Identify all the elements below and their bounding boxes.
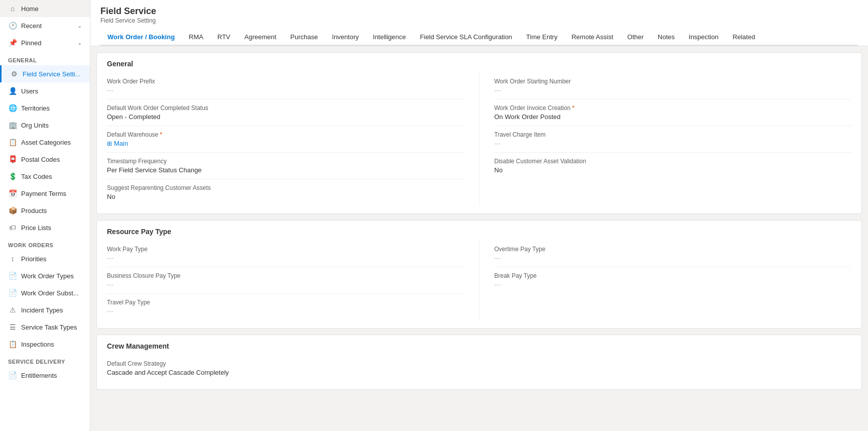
field-service-settings-icon: ⚙ — [10, 69, 19, 78]
sidebar-label-inspections: Inspections — [21, 341, 82, 348]
resource-pay-left-col: Work Pay Type---Business Closure Pay Typ… — [107, 241, 479, 320]
sidebar-label-payment-terms: Payment Terms — [21, 190, 82, 197]
sidebar-item-recent[interactable]: 🕐 Recent ⌄ — [0, 17, 90, 34]
pinned-icon: 📌 — [8, 38, 17, 47]
sidebar-item-users[interactable]: 👤 Users — [0, 82, 90, 99]
sidebar-label-tax-codes: Tax Codes — [21, 173, 82, 180]
recent-icon: 🕐 — [8, 21, 17, 30]
field-value-travel-charge-item: --- — [494, 140, 852, 147]
payment-terms-icon: 📅 — [8, 189, 17, 198]
sidebar-label-org-units: Org Units — [21, 122, 82, 129]
chevron-icon: ⌄ — [77, 40, 82, 46]
warehouse-icon: ⊞ — [107, 140, 112, 147]
tab-agreement[interactable]: Agreement — [237, 29, 284, 46]
sidebar-item-incident-types[interactable]: ⚠ Incident Types — [0, 301, 90, 318]
field-label-default-warehouse: Default Warehouse — [107, 131, 464, 138]
sidebar-item-postal-codes[interactable]: 📮 Postal Codes — [0, 151, 90, 168]
tab-inventory[interactable]: Inventory — [325, 29, 365, 46]
field-work-pay-type: Work Pay Type--- — [107, 241, 464, 267]
tab-rma[interactable]: RMA — [182, 29, 210, 46]
sidebar-service-delivery-header: Service Delivery — [0, 353, 90, 367]
sidebar-item-work-order-types[interactable]: 📄 Work Order Types — [0, 267, 90, 284]
sidebar-label-pinned: Pinned — [21, 39, 77, 47]
field-value-work-order-prefix: --- — [107, 86, 464, 94]
main-content: Field Service Field Service Setting Work… — [90, 0, 868, 431]
sidebar-item-field-service-settings[interactable]: ⚙ Field Service Setti... — [0, 65, 90, 82]
field-default-work-order-completed-status: Default Work Order Completed StatusOpen … — [107, 99, 464, 126]
field-label-work-pay-type: Work Pay Type — [107, 246, 464, 253]
home-icon: ⌂ — [8, 4, 17, 13]
service-task-types-icon: ☰ — [8, 322, 17, 332]
field-label-suggest-reparenting: Suggest Reparenting Customer Assets — [107, 184, 464, 191]
general-left-col: Work Order Prefix---Default Work Order C… — [107, 73, 479, 205]
sidebar-item-service-task-types[interactable]: ☰ Service Task Types — [0, 318, 90, 336]
sidebar-item-inspections[interactable]: 📋 Inspections — [0, 336, 90, 353]
products-icon: 📦 — [8, 206, 17, 215]
tab-purchase[interactable]: Purchase — [283, 29, 325, 46]
resource-pay-right-col: Overtime Pay Type---Break Pay Type--- — [479, 241, 852, 320]
tab-time-entry[interactable]: Time Entry — [519, 29, 564, 46]
work-order-subst-icon: 📄 — [8, 288, 17, 297]
tax-codes-icon: 💲 — [8, 172, 17, 181]
users-icon: 👤 — [8, 86, 17, 95]
tab-remote-assist[interactable]: Remote Assist — [564, 29, 620, 46]
sidebar-label-territories: Territories — [21, 104, 82, 112]
sidebar-item-pinned[interactable]: 📌 Pinned ⌄ — [0, 34, 90, 51]
content-area: General Work Order Prefix---Default Work… — [90, 46, 868, 431]
sidebar-item-work-order-subst[interactable]: 📄 Work Order Subst... — [0, 284, 90, 301]
price-lists-icon: 🏷 — [8, 223, 17, 232]
field-label-work-order-starting-number: Work Order Starting Number — [494, 78, 852, 85]
tab-intelligence[interactable]: Intelligence — [366, 29, 413, 46]
tab-notes[interactable]: Notes — [651, 29, 682, 46]
field-label-travel-pay-type: Travel Pay Type — [107, 299, 464, 306]
chevron-icon: ⌄ — [77, 23, 82, 29]
tab-field-service-sla[interactable]: Field Service SLA Configuration — [413, 29, 520, 46]
field-value-travel-pay-type: --- — [107, 307, 464, 315]
field-value-suggest-reparenting: No — [107, 193, 464, 200]
field-value-default-warehouse[interactable]: ⊞Main — [107, 140, 464, 147]
sidebar-label-work-order-subst: Work Order Subst... — [21, 289, 82, 297]
page-title: Field Service — [100, 6, 858, 17]
tab-work-order-booking[interactable]: Work Order / Booking — [100, 29, 182, 46]
sidebar-item-asset-categories[interactable]: 📋 Asset Categories — [0, 134, 90, 151]
sidebar-item-territories[interactable]: 🌐 Territories — [0, 99, 90, 117]
general-right-col: Work Order Starting Number---Work Order … — [479, 73, 852, 205]
page-subtitle: Field Service Setting — [100, 17, 858, 24]
tab-rtv[interactable]: RTV — [210, 29, 237, 46]
tab-inspection[interactable]: Inspection — [682, 29, 725, 46]
general-fields-grid: Work Order Prefix---Default Work Order C… — [107, 73, 851, 205]
sidebar-label-home: Home — [21, 5, 82, 13]
sidebar-item-payment-terms[interactable]: 📅 Payment Terms — [0, 185, 90, 202]
field-label-work-order-prefix: Work Order Prefix — [107, 78, 464, 85]
sidebar-item-price-lists[interactable]: 🏷 Price Lists — [0, 219, 90, 236]
tab-bar: Work Order / BookingRMARTVAgreementPurch… — [100, 29, 858, 46]
crew-management-section-title: Crew Management — [97, 335, 861, 355]
inspections-icon: 📋 — [8, 340, 17, 349]
resource-pay-section-body: Work Pay Type---Business Closure Pay Typ… — [97, 241, 861, 328]
field-value-business-closure-pay-type: --- — [107, 281, 464, 288]
tab-other[interactable]: Other — [621, 29, 651, 46]
sidebar-label-price-lists: Price Lists — [21, 224, 82, 232]
field-label-overtime-pay-type: Overtime Pay Type — [494, 246, 852, 253]
sidebar: ⌂ Home 🕐 Recent ⌄ 📌 Pinned ⌄ General ⚙ F… — [0, 0, 90, 431]
field-break-pay-type: Break Pay Type--- — [494, 267, 852, 293]
field-label-default-crew-strategy: Default Crew Strategy — [107, 360, 851, 367]
sidebar-item-org-units[interactable]: 🏢 Org Units — [0, 117, 90, 134]
field-value-break-pay-type: --- — [494, 281, 852, 288]
sidebar-item-entitlements[interactable]: 📄 Entitlements — [0, 367, 90, 384]
field-work-order-invoice-creation: Work Order Invoice CreationOn Work Order… — [494, 99, 852, 126]
sidebar-item-home[interactable]: ⌂ Home — [0, 0, 90, 17]
field-label-work-order-invoice-creation: Work Order Invoice Creation — [494, 104, 852, 112]
crew-management-section: Crew Management Default Crew StrategyCas… — [96, 335, 862, 390]
field-value-default-work-order-completed-status: Open - Completed — [107, 113, 464, 121]
tab-related[interactable]: Related — [725, 29, 762, 46]
field-label-business-closure-pay-type: Business Closure Pay Type — [107, 272, 464, 279]
field-default-crew-strategy: Default Crew StrategyCascade and Accept … — [107, 355, 851, 381]
sidebar-item-products[interactable]: 📦 Products — [0, 202, 90, 219]
sidebar-label-work-order-types: Work Order Types — [21, 272, 82, 280]
sidebar-item-priorities[interactable]: ↕ Priorities — [0, 250, 90, 267]
sidebar-label-recent: Recent — [21, 22, 77, 30]
sidebar-label-postal-codes: Postal Codes — [21, 156, 82, 163]
sidebar-item-tax-codes[interactable]: 💲 Tax Codes — [0, 168, 90, 185]
field-label-disable-customer-asset-validation: Disable Customer Asset Validation — [494, 158, 852, 165]
